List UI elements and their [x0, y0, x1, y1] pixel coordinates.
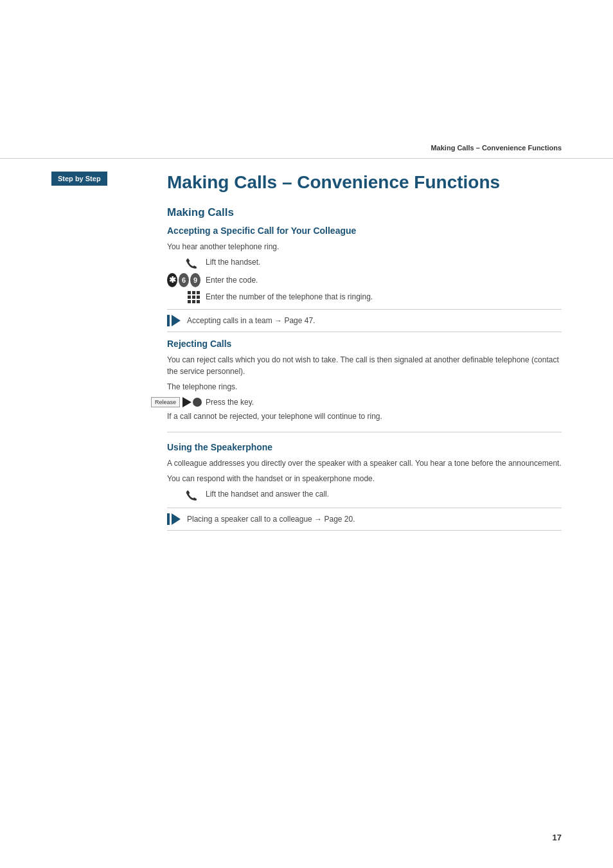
- info-bar-2: [167, 513, 170, 525]
- lift-handset-speakerphone-row: Lift the handset and answer the call.: [167, 488, 562, 502]
- sidebar: Step by Step: [51, 159, 154, 536]
- accepting-intro: You hear another telephone ring.: [167, 241, 562, 252]
- release-button-label: Release: [151, 397, 180, 407]
- nine-icon: 9: [190, 273, 200, 287]
- svg-rect-8: [197, 300, 200, 303]
- rejecting-title: Rejecting Calls: [167, 339, 562, 349]
- codes-row: ✱ 6 9 Enter the code.: [167, 273, 562, 287]
- info-arrow: [172, 315, 181, 326]
- content-area: Making Calls – Convenience Functions Mak…: [154, 159, 562, 536]
- enter-number-text: Enter the number of the telephone that i…: [206, 291, 373, 303]
- keypad-row: Enter the number of the telephone that i…: [167, 290, 562, 304]
- header-title: Making Calls – Convenience Functions: [431, 144, 562, 152]
- svg-rect-1: [192, 291, 195, 294]
- release-row: Release Press the key.: [167, 396, 562, 408]
- svg-rect-0: [188, 291, 191, 294]
- handset-icon: [185, 258, 198, 270]
- keypad-icon-area: [167, 290, 206, 304]
- svg-rect-4: [192, 296, 195, 299]
- info-icon: [167, 315, 181, 326]
- lift-handset-text: Lift the handset.: [206, 256, 260, 270]
- release-icon: [182, 397, 202, 407]
- page: Making Calls – Convenience Functions Ste…: [0, 0, 613, 868]
- telephone-rings-text: The telephone rings.: [167, 381, 562, 393]
- speakerphone-intro1: A colleague addresses you directly over …: [167, 457, 562, 469]
- lift-handset-row: Lift the handset.: [167, 256, 562, 270]
- page-number: 17: [553, 833, 562, 842]
- speakerphone-info-box: Placing a speaker call to a colleague → …: [167, 508, 562, 531]
- triangle-icon: [182, 397, 191, 407]
- svg-rect-3: [188, 296, 191, 299]
- info-arrow-2: [172, 513, 181, 525]
- speakerphone-info-text: Placing a speaker call to a colleague → …: [187, 515, 355, 524]
- lift-handset-answer-text: Lift the handset and answer the call.: [206, 488, 329, 502]
- svg-rect-2: [197, 291, 200, 294]
- enter-code-text: Enter the code.: [206, 274, 258, 286]
- rejecting-intro: You can reject calls which you do not wi…: [167, 354, 562, 377]
- press-key-text: Press the key.: [206, 396, 254, 408]
- accepting-info-text: Accepting calls in a team → Page 47.: [187, 316, 315, 325]
- step-by-step-label: Step by Step: [51, 172, 107, 186]
- main-content: Step by Step Making Calls – Convenience …: [0, 159, 613, 562]
- svg-rect-6: [188, 300, 191, 303]
- star-icon: ✱: [167, 273, 177, 287]
- speakerphone-title: Using the Speakerphone: [167, 442, 562, 452]
- code-icons: ✱ 6 9: [167, 273, 206, 287]
- making-calls-title: Making Calls: [167, 206, 562, 219]
- release-icon-area: Release: [167, 397, 206, 407]
- handset-icon-2: [185, 490, 198, 502]
- handset-icon-area: [167, 256, 206, 270]
- six-icon: 6: [179, 273, 189, 287]
- page-header: Making Calls – Convenience Functions: [0, 0, 613, 159]
- main-title: Making Calls – Convenience Functions: [167, 172, 562, 193]
- info-bar: [167, 315, 170, 326]
- info-icon-2: [167, 513, 181, 525]
- handset-icon-area-2: [167, 488, 206, 502]
- accepting-info-box: Accepting calls in a team → Page 47.: [167, 309, 562, 332]
- section-divider: [167, 432, 562, 432]
- accepting-title: Accepting a Specific Call for Your Colle…: [167, 226, 562, 236]
- keypad-icon: [186, 290, 200, 304]
- circle-icon: [193, 398, 202, 407]
- svg-rect-5: [197, 296, 200, 299]
- svg-rect-7: [192, 300, 195, 303]
- rejecting-note: If a call cannot be rejected, your telep…: [167, 411, 562, 422]
- speakerphone-intro2: You can respond with the handset or in s…: [167, 473, 562, 484]
